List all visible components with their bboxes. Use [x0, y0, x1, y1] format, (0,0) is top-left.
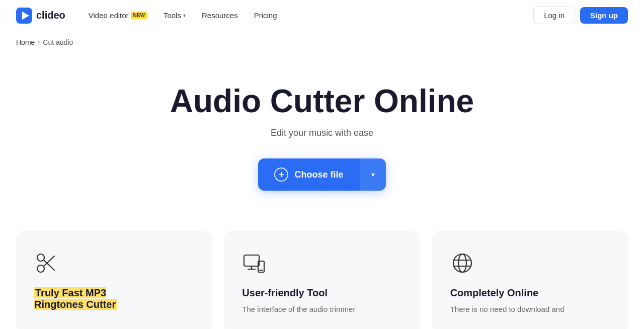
choose-file-dropdown-button[interactable]: ▾ — [360, 158, 386, 191]
feature-card-fast: Truly Fast MP3Ringtones Cutter — [16, 231, 212, 329]
breadcrumb-home[interactable]: Home — [16, 38, 35, 46]
scissors-icon — [34, 251, 58, 275]
logo[interactable]: clideo — [16, 8, 65, 24]
globe-icon — [450, 251, 474, 275]
choose-file-group: + Choose file ▾ — [258, 158, 385, 191]
choose-file-label: Choose file — [294, 170, 343, 180]
hero-subtitle: Edit your music with ease — [16, 128, 628, 138]
feature-desc-online: There is no need to download and — [450, 304, 610, 315]
feature-desc-tool: The interface of the audio trimmer — [242, 304, 401, 315]
svg-point-12 — [458, 254, 466, 272]
plus-icon: + — [274, 168, 288, 182]
feature-title-tool: User-friendly Tool — [242, 287, 401, 299]
chevron-down-icon: ▾ — [183, 13, 186, 18]
nav-tools[interactable]: Tools ▾ — [156, 7, 193, 24]
signup-button[interactable]: Sign up — [580, 7, 628, 24]
breadcrumb-separator: › — [38, 39, 40, 46]
svg-point-11 — [453, 254, 471, 272]
features-section: Truly Fast MP3Ringtones Cutter User-frie… — [0, 231, 644, 329]
nav-links: Video editor NEW Tools ▾ Resources Prici… — [82, 7, 533, 24]
nav-resources[interactable]: Resources — [195, 7, 245, 24]
chevron-down-icon: ▾ — [371, 171, 375, 179]
breadcrumb-current: Cut audio — [43, 38, 73, 46]
choose-file-button[interactable]: + Choose file — [258, 158, 359, 191]
hero-section: Audio Cutter Online Edit your music with… — [0, 53, 644, 231]
nav-auth: Log in Sign up — [533, 7, 628, 24]
feature-card-online: Completely Online There is no need to do… — [432, 231, 628, 329]
nav-pricing[interactable]: Pricing — [247, 7, 284, 24]
devices-icon — [242, 251, 266, 275]
page-title: Audio Cutter Online — [16, 84, 628, 119]
logo-text: clideo — [36, 10, 65, 21]
nav-video-editor[interactable]: Video editor NEW — [82, 7, 154, 24]
svg-rect-6 — [244, 255, 259, 266]
feature-title-online: Completely Online — [450, 287, 610, 299]
feature-card-tool: User-friendly Tool The interface of the … — [224, 231, 420, 329]
new-badge: NEW — [131, 12, 147, 19]
navigation: clideo Video editor NEW Tools ▾ Resource… — [0, 0, 644, 31]
breadcrumb: Home › Cut audio — [0, 31, 644, 53]
login-button[interactable]: Log in — [533, 7, 575, 24]
feature-title-text: Truly Fast MP3Ringtones Cutter — [34, 287, 117, 310]
feature-title-fast: Truly Fast MP3Ringtones Cutter — [34, 287, 194, 310]
